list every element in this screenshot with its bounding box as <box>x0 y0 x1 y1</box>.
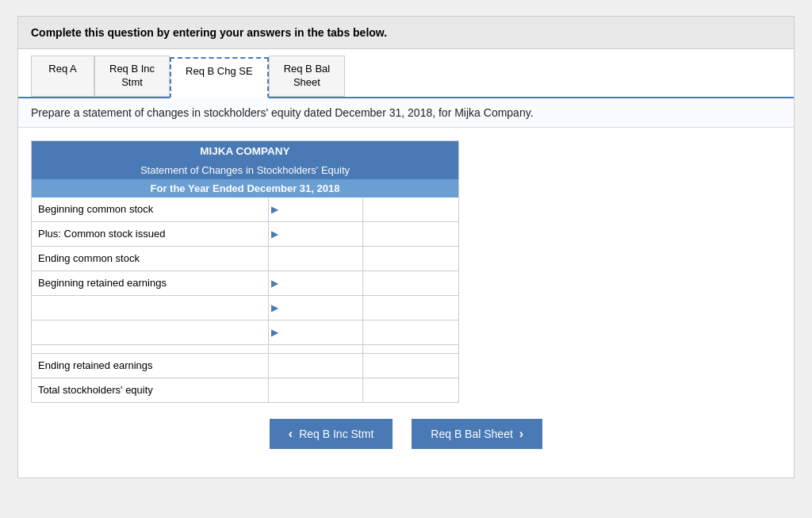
prepare-text-content: Prepare a statement of changes in stockh… <box>31 106 534 119</box>
input-blank-label-2[interactable] <box>32 320 268 344</box>
row-input-beginning-retained-earnings-2[interactable] <box>363 271 458 295</box>
row-label-blank-1[interactable] <box>32 296 269 320</box>
company-name: MIJKA COMPANY <box>32 141 458 161</box>
row-input-beginning-common-stock-2[interactable] <box>363 198 458 221</box>
tab-req-a-label: Req A <box>48 63 76 75</box>
tabs-row: Req A Req B IncStmt Req B Chg SE Req B B… <box>18 49 794 98</box>
row-input-beginning-retained-earnings-1[interactable]: ▶ <box>269 271 364 295</box>
input-blank-2-2[interactable] <box>363 320 458 344</box>
prev-button[interactable]: ‹ Req B Inc Stmt <box>270 419 393 449</box>
row-label-ending-retained-earnings: Ending retained earnings <box>32 354 269 378</box>
tab-req-b-bal-sheet[interactable]: Req B BalSheet <box>269 56 346 97</box>
input-ending-common-stock-2[interactable] <box>363 247 458 271</box>
statement-period: For the Year Ended December 31, 2018 <box>32 179 458 198</box>
table-row: Total stockholders' equity <box>32 378 458 402</box>
prev-button-label: Req B Inc Stmt <box>299 428 373 440</box>
statement-title: Statement of Changes in Stockholders' Eq… <box>32 161 458 179</box>
chevron-right-icon: › <box>519 427 523 441</box>
input-ending-retained-earnings-1[interactable] <box>269 354 363 378</box>
input-ending-common-stock-1[interactable] <box>269 247 363 271</box>
table-row: ▶ <box>32 320 458 345</box>
row-input-ending-retained-earnings-1[interactable] <box>269 354 364 378</box>
input-beginning-common-stock-2[interactable] <box>363 198 458 221</box>
next-button-label: Req B Bal Sheet <box>431 428 513 440</box>
row-input-ending-common-stock-1[interactable] <box>269 247 364 271</box>
row-label-total-stockholders-equity: Total stockholders' equity <box>32 378 269 402</box>
input-blank-2-1[interactable] <box>269 320 363 344</box>
row-label-beginning-retained-earnings: Beginning retained earnings <box>32 271 269 295</box>
next-button[interactable]: Req B Bal Sheet › <box>412 419 542 449</box>
row-input-plus-common-stock-issued-1[interactable]: ▶ <box>269 222 364 246</box>
row-input-blank-1-1[interactable]: ▶ <box>269 296 364 320</box>
input-blank-label-1[interactable] <box>32 296 268 320</box>
row-input-blank-1-2[interactable] <box>363 296 458 320</box>
table-row: Beginning common stock ▶ <box>32 198 458 222</box>
tab-req-b-bal-sheet-label: Req B BalSheet <box>284 63 331 88</box>
row-input-blank-2-1[interactable]: ▶ <box>269 320 364 344</box>
statement-body: Beginning common stock ▶ Plus: Common st… <box>32 198 458 402</box>
tab-req-b-inc-stmt[interactable]: Req B IncStmt <box>94 56 170 97</box>
chevron-left-icon: ‹ <box>289 427 293 441</box>
nav-buttons: ‹ Req B Inc Stmt Req B Bal Sheet › <box>31 403 781 465</box>
table-row: ▶ <box>32 296 458 320</box>
input-beginning-common-stock-1[interactable] <box>269 198 363 221</box>
input-beginning-retained-earnings-2[interactable] <box>363 271 458 295</box>
input-plus-common-stock-issued-1[interactable] <box>269 222 363 246</box>
row-label-plus-common-stock-issued: Plus: Common stock issued <box>32 222 269 246</box>
input-plus-common-stock-issued-2[interactable] <box>363 222 458 246</box>
row-input-total-stockholders-equity-2[interactable] <box>363 378 458 402</box>
row-input-beginning-common-stock-1[interactable]: ▶ <box>269 198 364 221</box>
input-total-stockholders-equity-1[interactable] <box>269 378 363 402</box>
tab-req-b-chg-se[interactable]: Req B Chg SE <box>170 57 269 98</box>
row-input-plus-common-stock-issued-2[interactable] <box>363 222 458 246</box>
prepare-text: Prepare a statement of changes in stockh… <box>18 98 794 128</box>
row-input-ending-common-stock-2[interactable] <box>363 247 458 271</box>
input-total-stockholders-equity-2[interactable] <box>363 378 458 402</box>
spacer-label <box>32 345 269 353</box>
page-container: Complete this question by entering your … <box>17 16 795 478</box>
tab-req-a[interactable]: Req A <box>31 56 94 97</box>
table-row: Plus: Common stock issued ▶ <box>32 222 458 247</box>
instruction-text: Complete this question by entering your … <box>31 26 387 39</box>
input-beginning-retained-earnings-1[interactable] <box>269 271 363 295</box>
spacer-cell-1 <box>269 345 364 353</box>
spacer-row <box>32 345 458 354</box>
input-blank-1-1[interactable] <box>269 296 363 320</box>
table-row: Beginning retained earnings ▶ <box>32 271 458 296</box>
table-row: Ending retained earnings <box>32 354 458 378</box>
tab-req-b-inc-stmt-label: Req B IncStmt <box>109 63 155 88</box>
row-label-ending-common-stock: Ending common stock <box>32 247 269 271</box>
row-input-ending-retained-earnings-2[interactable] <box>363 354 458 378</box>
row-label-blank-2[interactable] <box>32 320 269 344</box>
spacer-cell-2 <box>363 345 458 353</box>
content-area: MIJKA COMPANY Statement of Changes in St… <box>18 128 794 478</box>
statement-table: MIJKA COMPANY Statement of Changes in St… <box>31 140 459 403</box>
row-label-beginning-common-stock: Beginning common stock <box>32 198 269 221</box>
tab-req-b-chg-se-label: Req B Chg SE <box>186 65 253 77</box>
input-ending-retained-earnings-2[interactable] <box>363 354 458 378</box>
row-input-blank-2-2[interactable] <box>363 320 458 344</box>
row-input-total-stockholders-equity-1[interactable] <box>269 378 364 402</box>
instruction-bar: Complete this question by entering your … <box>18 17 794 49</box>
table-row: Ending common stock <box>32 247 458 271</box>
input-blank-1-2[interactable] <box>363 296 458 320</box>
